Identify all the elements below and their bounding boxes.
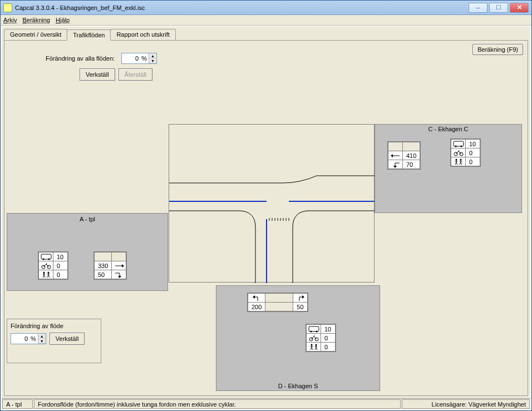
aterstall-button: Återställ — [119, 68, 153, 81]
bike-icon — [39, 261, 53, 270]
panel-c-bus-value[interactable]: 10 — [466, 140, 480, 148]
change-all-label: Förändring av alla flöden: — [46, 55, 115, 62]
pedestrian-icon — [307, 343, 321, 351]
change-all-input[interactable] — [122, 53, 140, 63]
panel-a-bus-value[interactable]: 10 — [53, 252, 68, 261]
window-title: Capcal 3.3.0.4 - Ekhagsringen_bef_FM_exk… — [15, 4, 469, 11]
app-window: Capcal 3.3.0.4 - Ekhagsringen_bef_FM_exk… — [0, 0, 532, 411]
menu-arkiv[interactable]: Arkiv — [3, 17, 17, 23]
menu-hjalp[interactable]: Hjälp — [56, 17, 70, 23]
panel-d-ped-value[interactable]: 0 — [321, 343, 336, 351]
berakning-button[interactable]: Beräkning (F9) — [472, 44, 523, 55]
panel-a-flow-through[interactable]: 330 — [95, 261, 112, 270]
tab-panel: Beräkning (F9) Förändring av alla flöden… — [4, 40, 528, 396]
tab-trafikfloden[interactable]: Trafikflöden — [67, 29, 111, 41]
panel-a-flow-right[interactable]: 50 — [95, 270, 112, 279]
bus-icon — [451, 140, 466, 148]
panel-a-ped-value[interactable]: 0 — [53, 270, 68, 279]
arrow-left-down-icon — [388, 160, 403, 169]
change-all-spinner[interactable]: % ▲▼ — [121, 53, 157, 64]
arrow-right-icon — [112, 261, 126, 270]
panel-c: C - Ekhagen C 410 70 10 0 0 — [375, 124, 522, 213]
panel-d-bike-value[interactable]: 0 — [321, 334, 336, 343]
spinner-arrows[interactable]: ▲▼ — [149, 53, 156, 63]
svg-marker-31 — [253, 295, 255, 299]
spinner-arrows[interactable]: ▲▼ — [38, 334, 46, 344]
panel-c-title: C - Ekhagen C — [375, 126, 521, 132]
panel-d-icons-table[interactable]: 10 0 0 — [306, 324, 336, 352]
svg-point-34 — [310, 330, 312, 332]
pedestrian-icon — [39, 270, 53, 279]
panel-a: A - tpl 10 0 0 330 50 — [7, 213, 168, 291]
client-area: Geometri / översikt Trafikflöden Rapport… — [1, 26, 531, 410]
status-mid: Fordonsflöde (fordon/timme) inklusive tu… — [34, 399, 401, 409]
svg-rect-11 — [41, 254, 51, 259]
panel-c-ped-value[interactable]: 0 — [466, 157, 480, 166]
arrow-up-right-icon — [293, 294, 308, 303]
panel-d: 200 50 10 0 0 D - Ekhagen S — [216, 285, 380, 391]
panel-a-bike-value[interactable]: 0 — [53, 261, 68, 270]
app-icon — [3, 3, 12, 12]
svg-marker-22 — [391, 154, 393, 157]
bike-icon — [307, 334, 321, 343]
bus-icon — [39, 252, 53, 261]
panel-c-flow-left[interactable]: 70 — [403, 160, 420, 169]
arrow-right-down-icon — [112, 270, 126, 279]
panel-d-flows-table[interactable]: 200 50 — [247, 293, 308, 312]
change-all-unit: % — [140, 53, 149, 63]
change-all-row: Förändring av alla flöden: % ▲▼ — [46, 53, 157, 64]
svg-marker-20 — [118, 276, 121, 278]
panel-c-bike-value[interactable]: 0 — [466, 148, 480, 157]
svg-point-35 — [316, 330, 317, 332]
intersection-canvas — [169, 124, 375, 283]
svg-marker-23 — [393, 166, 397, 168]
panel-a-flows-table[interactable]: 330 50 — [93, 251, 127, 280]
panel-d-bus-value[interactable]: 10 — [321, 325, 336, 334]
titlebar: Capcal 3.3.0.4 - Ekhagsringen_bef_FM_exk… — [1, 1, 531, 15]
change-one-label: Förändring av flöde — [11, 323, 97, 329]
close-button[interactable]: ✕ — [510, 3, 529, 13]
panel-a-title: A - tpl — [7, 216, 168, 222]
change-one-spinner[interactable]: % ▲▼ — [11, 333, 46, 344]
change-one-panel: Förändring av flöde % ▲▼ Verkställ — [7, 319, 101, 363]
minimize-button[interactable]: ─ — [469, 3, 487, 13]
statusbar: A - tpl Fordonsflöde (fordon/timme) inkl… — [2, 398, 530, 409]
maximize-button[interactable]: ☐ — [489, 3, 508, 13]
svg-rect-24 — [454, 141, 464, 146]
change-one-verkstall-button[interactable]: Verkställ — [50, 333, 85, 345]
svg-point-12 — [42, 258, 44, 260]
status-right: Licensägare: Vägverket Myndighet — [402, 399, 530, 409]
change-one-unit: % — [29, 334, 38, 344]
menu-berakning[interactable]: Beräkning — [22, 17, 50, 23]
change-one-input[interactable] — [11, 334, 29, 344]
bike-icon — [451, 148, 466, 157]
arrow-up-left-icon — [248, 294, 265, 303]
panel-d-flow-left[interactable]: 200 — [248, 303, 265, 311]
panel-d-flow-right[interactable]: 50 — [293, 303, 308, 311]
menubar: Arkiv Beräkning Hjälp — [1, 15, 531, 26]
svg-point-26 — [460, 145, 462, 147]
svg-point-25 — [455, 145, 456, 147]
svg-marker-19 — [122, 264, 124, 268]
pedestrian-icon — [451, 157, 466, 166]
svg-rect-33 — [309, 326, 319, 331]
tab-rapport[interactable]: Rapport och utskrift — [110, 29, 175, 40]
panel-d-title: D - Ekhagen S — [216, 383, 380, 389]
svg-marker-32 — [302, 295, 304, 299]
panel-c-flows-table[interactable]: 410 70 — [387, 141, 421, 170]
tab-geometri[interactable]: Geometri / översikt — [4, 29, 67, 40]
panel-c-flow-through[interactable]: 410 — [403, 151, 420, 160]
bus-icon — [307, 325, 321, 334]
verkstall-button[interactable]: Verkställ — [80, 68, 115, 81]
panel-c-icons-table[interactable]: 10 0 0 — [450, 138, 481, 167]
tabstrip: Geometri / översikt Trafikflöden Rapport… — [4, 29, 528, 40]
panel-a-icons-table[interactable]: 10 0 0 — [38, 251, 68, 280]
status-left: A - tpl — [2, 399, 33, 409]
svg-point-13 — [48, 258, 50, 260]
arrow-left-icon — [388, 151, 403, 160]
